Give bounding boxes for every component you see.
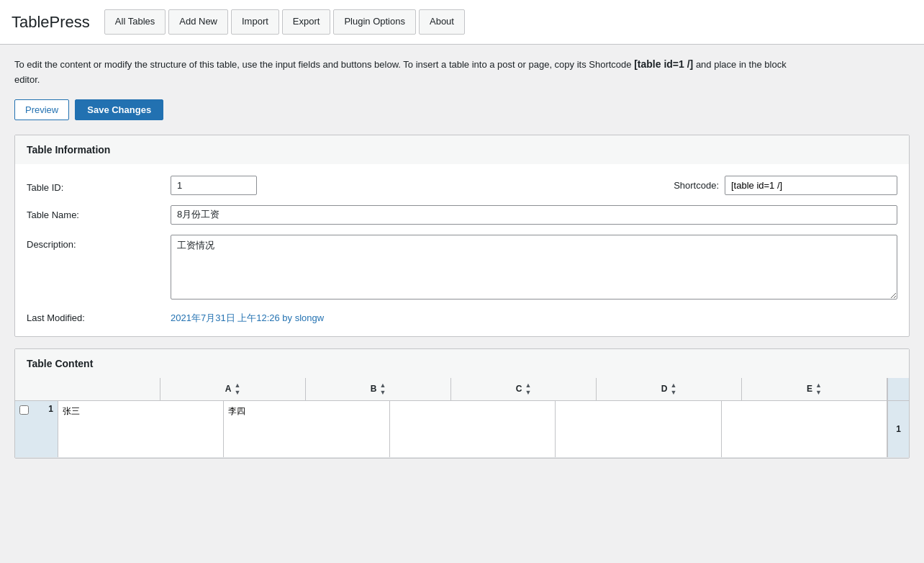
main-content: To edit the content or modify the struct… [0,45,924,482]
last-modified-row: Last Modified: 2021年7月31日 上午12:26 by slo… [27,312,897,325]
table-id-input[interactable] [171,176,257,195]
col-e-down-arrow[interactable]: ▼ [815,389,822,396]
table-name-input[interactable] [171,205,897,225]
last-modified-label: Last Modified: [27,312,171,323]
row-right-num-label-1: 1 [896,424,901,434]
table-name-label: Table Name: [27,205,171,220]
col-a-down-arrow[interactable]: ▼ [234,389,240,396]
cell-1-b: 李四 [224,401,389,457]
shortcode-group: Shortcode: [462,176,897,195]
tab-import[interactable]: Import [231,9,279,35]
tab-plugin-options[interactable]: Plugin Options [333,9,416,35]
col-a-sort: ▲ ▼ [234,382,240,396]
description-textarea[interactable]: 工资情况 [171,235,897,299]
row-right-num-1: 1 [887,401,909,457]
preview-button[interactable]: Preview [14,99,69,120]
col-label-a: A [225,384,232,394]
col-c-sort: ▲ ▼ [525,382,531,396]
shortcode-input[interactable] [725,176,897,195]
tab-add-new[interactable]: Add New [168,9,228,35]
shortcode-inline: [table id=1 /] [634,58,693,70]
col-d-down-arrow[interactable]: ▼ [670,389,676,396]
col-c-down-arrow[interactable]: ▼ [525,389,531,396]
table-information-panel: Table Information Table ID: Shortcode: T… [14,135,910,337]
row-num-1: 1 [15,401,58,457]
table-id-group: Table ID: [27,176,462,195]
cell-1-d-input[interactable] [556,401,720,455]
description-text: To edit the content or modify the struct… [14,56,806,88]
row-num-label-1: 1 [48,404,53,414]
col-d-up-arrow[interactable]: ▲ [670,382,676,389]
col-e-up-arrow[interactable]: ▲ [815,382,822,389]
cell-1-e [722,401,887,457]
top-nav: TablePress All Tables Add New Import Exp… [0,0,924,45]
row-1-checkbox[interactable] [19,405,29,415]
description-part1: To edit the content or modify the struct… [14,59,632,70]
col-header-a: A ▲ ▼ [160,378,306,400]
cell-1-b-input[interactable]: 李四 [224,401,389,455]
right-header-spacer [887,378,909,400]
last-modified-value: 2021年7月31日 上午12:26 by slongw [171,312,324,325]
table-grid-header: A ▲ ▼ B ▲ ▼ C ▲ ▼ D [15,378,909,401]
col-label-d: D [661,384,668,394]
col-label-e: E [807,384,812,394]
col-b-sort: ▲ ▼ [379,382,386,396]
col-d-sort: ▲ ▼ [670,382,676,396]
cell-1-c-input[interactable] [390,401,555,455]
action-buttons: Preview Save Changes [14,99,910,120]
table-information-header: Table Information [15,135,909,164]
table-content-header: Table Content [15,349,909,378]
tab-all-tables[interactable]: All Tables [104,9,166,35]
table-name-row: Table Name: [27,205,897,225]
col-c-up-arrow[interactable]: ▲ [525,382,531,389]
table-id-label: Table ID: [27,178,171,193]
cell-1-a-input[interactable]: 张三 [58,401,223,455]
table-id-shortcode-row: Table ID: Shortcode: [27,176,897,195]
cell-1-c [390,401,556,457]
col-a-up-arrow[interactable]: ▲ [234,382,240,389]
table-information-title: Table Information [27,144,110,156]
cell-1-a: 张三 [58,401,224,457]
col-header-c: C ▲ ▼ [451,378,597,400]
table-content-panel: Table Content A ▲ ▼ B ▲ ▼ C [14,348,910,459]
table-content-title: Table Content [27,358,93,369]
col-b-down-arrow[interactable]: ▼ [379,389,386,396]
col-e-sort: ▲ ▼ [815,382,822,396]
table-information-body: Table ID: Shortcode: Table Name: Descrip… [15,164,909,336]
description-field: 工资情况 [171,235,897,302]
col-header-b: B ▲ ▼ [306,378,451,400]
description-label: Description: [27,235,171,250]
shortcode-label: Shortcode: [674,180,719,191]
cell-1-d [556,401,721,457]
col-label-b: B [371,384,377,394]
table-row: 1 张三 李四 1 [15,401,909,458]
tab-about[interactable]: About [419,9,465,35]
app-title: TablePress [12,13,90,32]
tab-export[interactable]: Export [282,9,331,35]
col-header-d: D ▲ ▼ [597,378,742,400]
description-row: Description: 工资情况 [27,235,897,302]
row-num-header [15,378,160,400]
cell-1-e-input[interactable] [722,401,887,455]
col-b-up-arrow[interactable]: ▲ [379,382,386,389]
save-button[interactable]: Save Changes [75,99,163,120]
nav-tabs: All Tables Add New Import Export Plugin … [104,9,465,35]
col-label-c: C [516,384,522,394]
table-name-field [171,205,897,225]
col-header-e: E ▲ ▼ [742,378,887,400]
